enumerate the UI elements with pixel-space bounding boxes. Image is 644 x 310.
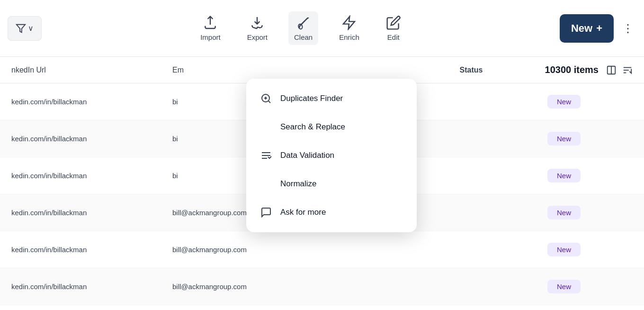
ask-for-more-label: Ask for more — [280, 208, 326, 217]
linkedin-cell: kedin.com/in/billackman — [11, 172, 172, 180]
svg-point-3 — [297, 24, 303, 30]
normalize-item[interactable]: Normalize — [248, 170, 415, 198]
normalize-label: Normalize — [280, 179, 317, 189]
table-row: kedin.com/in/billackman bill@ackmangroup… — [0, 231, 644, 268]
import-label: Import — [200, 33, 221, 41]
duplicates-finder-item[interactable]: Duplicates Finder — [248, 84, 415, 113]
ask-for-more-icon — [259, 206, 273, 219]
linkedin-cell: kedin.com/in/billackman — [11, 98, 172, 106]
status-cell: New — [547, 169, 633, 182]
new-button[interactable]: New + — [560, 14, 614, 43]
toolbar-right: New + ⋮ — [560, 14, 636, 43]
data-validation-item[interactable]: Data Validation — [248, 141, 415, 170]
export-action[interactable]: Export — [242, 11, 273, 45]
svg-marker-0 — [17, 24, 25, 32]
status-badge: New — [547, 95, 581, 109]
duplicates-finder-icon — [259, 92, 273, 105]
status-cell: New — [547, 132, 633, 146]
status-badge: New — [547, 280, 581, 293]
ask-for-more-item[interactable]: Ask for more — [248, 198, 415, 227]
table-row: kedin.com/in/billackman bill@ackmangroup… — [0, 268, 644, 305]
items-count: 10300 items — [545, 64, 599, 75]
chevron-down-icon: ∨ — [28, 24, 34, 33]
linkedin-column-header: nkedIn Url — [11, 66, 172, 74]
duplicates-finder-label: Duplicates Finder — [280, 94, 343, 103]
search-replace-label: Search & Replace — [280, 122, 345, 132]
search-replace-icon — [259, 120, 273, 134]
linkedin-cell: kedin.com/in/billackman — [11, 135, 172, 143]
clean-label: Clean — [294, 33, 313, 41]
export-icon — [250, 15, 265, 30]
svg-line-10 — [268, 101, 270, 103]
toolbar: ∨ Import Export Clean Enrich — [0, 0, 644, 57]
edit-label: Edit — [387, 33, 400, 41]
status-badge: New — [547, 132, 581, 146]
edit-icon — [386, 15, 401, 30]
email-cell: bill@ackmangroup.com — [172, 283, 547, 291]
filter-button[interactable]: ∨ — [8, 16, 42, 41]
edit-action[interactable]: Edit — [380, 11, 407, 45]
normalize-icon — [259, 177, 273, 191]
status-badge: New — [547, 169, 581, 182]
status-column-header: Status — [460, 66, 545, 74]
enrich-action[interactable]: Enrich — [333, 11, 365, 45]
sort-button[interactable] — [622, 65, 633, 75]
email-cell: bill@ackmangroup.com — [172, 246, 547, 254]
search-replace-item[interactable]: Search & Replace — [248, 113, 415, 141]
more-icon: ⋮ — [622, 22, 634, 35]
filter-icon — [16, 23, 26, 34]
import-action[interactable]: Import — [195, 11, 226, 45]
columns-icon — [606, 65, 617, 75]
columns-toggle-button[interactable] — [606, 65, 617, 75]
toolbar-actions: Import Export Clean Enrich — [195, 11, 407, 45]
sort-icon — [622, 65, 633, 75]
linkedin-cell: kedin.com/in/billackman — [11, 283, 172, 291]
new-button-plus-icon: + — [596, 22, 602, 35]
more-options-button[interactable]: ⋮ — [619, 20, 636, 37]
linkedin-cell: kedin.com/in/billackman — [11, 246, 172, 254]
clean-icon — [296, 15, 311, 30]
status-cell: New — [547, 206, 633, 219]
clean-dropdown-menu: Duplicates Finder Search & Replace — [246, 79, 417, 232]
toolbar-left: ∨ — [8, 16, 42, 41]
status-cell: New — [547, 280, 633, 293]
email-column-header: Em — [172, 66, 460, 74]
status-cell: New — [547, 95, 633, 109]
new-button-label: New — [571, 22, 592, 35]
header-icons — [606, 65, 633, 75]
table-body: kedin.com/in/billackman bi New kedin.com… — [0, 83, 644, 305]
status-badge: New — [547, 206, 581, 219]
enrich-label: Enrich — [339, 33, 359, 41]
import-icon — [203, 15, 218, 30]
linkedin-cell: kedin.com/in/billackman — [11, 209, 172, 217]
enrich-icon — [341, 15, 357, 30]
status-cell: New — [547, 243, 633, 256]
data-validation-icon — [259, 149, 273, 162]
status-badge: New — [547, 243, 581, 256]
data-validation-label: Data Validation — [280, 151, 334, 160]
export-label: Export — [247, 33, 268, 41]
clean-action[interactable]: Clean — [288, 11, 318, 45]
